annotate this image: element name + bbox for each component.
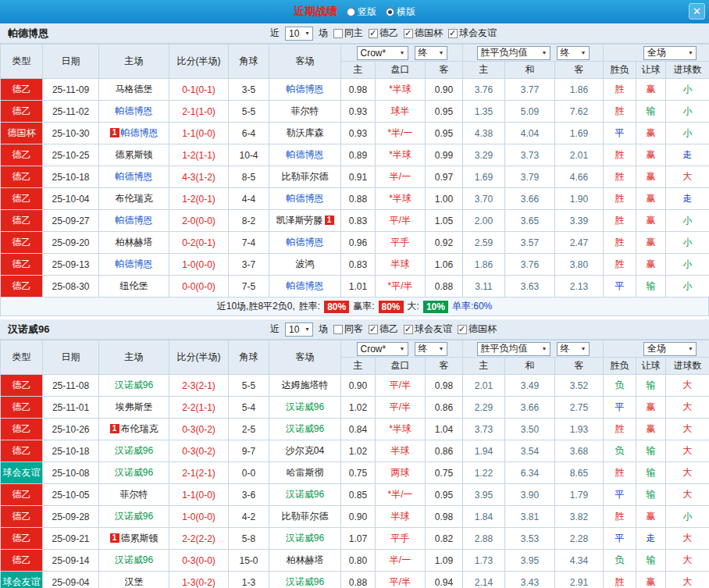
home-team[interactable]: 埃弗斯堡 xyxy=(99,397,169,419)
away-team[interactable]: 勒沃库森 xyxy=(269,123,341,144)
checkbox-icon[interactable] xyxy=(404,29,413,38)
filter-cup-checkbox[interactable]: 德国杯 xyxy=(458,323,497,336)
close-icon[interactable]: ✕ xyxy=(689,3,705,20)
away-team[interactable]: 汉诺威96 xyxy=(269,397,341,419)
score-halftime: 0-0(0-0) xyxy=(169,276,229,298)
checkbox-icon[interactable] xyxy=(448,29,458,38)
home-team[interactable]: 汉诺威96 xyxy=(99,440,169,462)
away-team[interactable]: 汉诺威96 xyxy=(269,419,341,440)
asia-handicap: 球半 xyxy=(376,101,426,123)
europe-odds-group-header: 胜平负均值 终 xyxy=(463,45,604,62)
result-goals: 大 xyxy=(666,462,709,484)
asia-handicap: 平/半 xyxy=(376,397,426,419)
col-type: 类型 xyxy=(1,45,43,79)
filter-cup-checkbox[interactable]: 德国杯 xyxy=(404,27,443,40)
team-name: 沙尔克04 xyxy=(286,445,324,456)
checkbox-icon[interactable] xyxy=(458,325,467,334)
filter-friendly-checkbox[interactable]: 球会友谊 xyxy=(448,27,497,40)
result-win-draw-loss: 负 xyxy=(604,550,636,572)
checkbox-icon[interactable] xyxy=(369,29,378,38)
away-team[interactable]: 帕德博恩 xyxy=(269,144,341,166)
europe-home-odds: 2.29 xyxy=(463,397,505,419)
score-halftime: 4-3(1-2) xyxy=(169,166,229,188)
score-halftime: 0-2(0-1) xyxy=(169,232,229,254)
scope-select[interactable]: 全场 xyxy=(643,342,697,356)
away-team[interactable]: 波鸿 xyxy=(269,254,341,276)
match-count-select[interactable]: 10 xyxy=(285,27,313,41)
filter-same-home-checkbox[interactable]: 同主 xyxy=(333,27,363,40)
away-team[interactable]: 汉诺威96 xyxy=(269,528,341,550)
home-team[interactable]: 帕德博恩 xyxy=(99,254,169,276)
away-team[interactable]: 凯泽斯劳滕1 xyxy=(269,210,341,232)
asia-handicap: *半球 xyxy=(376,79,426,101)
home-team[interactable]: 帕德博恩 xyxy=(99,166,169,188)
away-team[interactable]: 帕德博恩 xyxy=(269,188,341,210)
asia-away-odds: 0.99 xyxy=(426,144,463,166)
odds-company-select[interactable]: Crow* xyxy=(357,46,408,60)
europe-average-select[interactable]: 胜平负均值 xyxy=(477,46,550,60)
asia-away-odds: 1.05 xyxy=(426,210,463,232)
home-team[interactable]: 菲尔特 xyxy=(99,484,169,506)
filter-friendly-checkbox[interactable]: 球会友谊 xyxy=(404,323,452,336)
home-team[interactable]: 汉诺威96 xyxy=(99,375,169,397)
away-team[interactable]: 汉诺威96 xyxy=(269,484,341,506)
layout-vertical-radio[interactable]: 竖版 xyxy=(347,5,376,19)
home-team[interactable]: 纽伦堡 xyxy=(99,276,169,298)
europe-home-odds: 2.14 xyxy=(463,572,505,588)
europe-away-odds: 4.34 xyxy=(555,550,604,572)
home-team[interactable]: 汉诺威96 xyxy=(99,506,169,528)
scope-select[interactable]: 全场 xyxy=(643,46,697,60)
away-team[interactable]: 帕德博恩 xyxy=(269,276,341,298)
radio-icon[interactable] xyxy=(386,8,394,16)
asia-odds-group-header: Crow* 终 xyxy=(341,45,463,62)
league-type-badge: 德乙 xyxy=(1,79,43,101)
europe-average-select[interactable]: 胜平负均值 xyxy=(477,342,550,356)
filter-league2-checkbox[interactable]: 德乙 xyxy=(369,323,398,336)
away-team[interactable]: 帕德博恩 xyxy=(269,79,341,101)
checkbox-icon[interactable] xyxy=(369,325,378,334)
odds-final-select[interactable]: 终 xyxy=(415,342,447,356)
away-team[interactable]: 柏林赫塔 xyxy=(269,550,341,572)
team-name: 勒沃库森 xyxy=(287,127,324,138)
away-team[interactable]: 比勒菲尔德 xyxy=(269,506,341,528)
col-home: 主场 xyxy=(99,340,169,375)
table-row: 德乙 25-11-09 马格德堡 0-1(0-1) 3-5 帕德博恩 0.98 … xyxy=(1,79,709,101)
away-team[interactable]: 汉诺威96 xyxy=(269,572,341,588)
filter-league2-checkbox[interactable]: 德乙 xyxy=(369,27,398,40)
away-team[interactable]: 达姆施塔特 xyxy=(269,375,341,397)
radio-label: 竖版 xyxy=(358,5,376,19)
home-team[interactable]: 马格德堡 xyxy=(99,79,169,101)
radio-icon[interactable] xyxy=(347,8,355,16)
home-team[interactable]: 汉诺威96 xyxy=(99,462,169,484)
match-date: 25-09-14 xyxy=(43,550,99,572)
home-team[interactable]: 1布伦瑞克 xyxy=(99,419,169,440)
home-team[interactable]: 帕德博恩 xyxy=(99,210,169,232)
asia-away-odds: 1.06 xyxy=(426,254,463,276)
checkbox-icon[interactable] xyxy=(333,325,343,334)
filter-same-away-checkbox[interactable]: 同客 xyxy=(333,323,363,336)
home-team[interactable]: 布伦瑞克 xyxy=(99,188,169,210)
odds-final-select[interactable]: 终 xyxy=(415,46,447,60)
odds-company-select[interactable]: Crow* xyxy=(357,342,408,356)
away-team[interactable]: 沙尔克04 xyxy=(269,440,341,462)
home-team[interactable]: 柏林赫塔 xyxy=(99,232,169,254)
away-team[interactable]: 帕德博恩 xyxy=(269,232,341,254)
home-team[interactable]: 汉堡 xyxy=(99,572,169,588)
match-count-select[interactable]: 10 xyxy=(285,323,313,337)
europe-final-select[interactable]: 终 xyxy=(557,342,590,356)
layout-horizontal-radio[interactable]: 横版 xyxy=(386,5,415,19)
europe-home-odds: 4.38 xyxy=(463,123,505,144)
home-team[interactable]: 帕德博恩 xyxy=(99,101,169,123)
checkbox-icon[interactable] xyxy=(333,29,343,38)
europe-final-select[interactable]: 终 xyxy=(557,46,590,60)
home-team[interactable]: 1帕德博恩 xyxy=(99,123,169,144)
home-team[interactable]: 1德累斯顿 xyxy=(99,528,169,550)
table-row: 德乙 25-11-08 汉诺威96 2-3(2-1) 5-5 达姆施塔特 0.9… xyxy=(1,375,709,397)
away-team[interactable]: 比勒菲尔德 xyxy=(269,166,341,188)
checkbox-icon[interactable] xyxy=(404,325,413,334)
home-team[interactable]: 汉诺威96 xyxy=(99,550,169,572)
col-goals-result: 进球数 xyxy=(666,62,709,79)
away-team[interactable]: 哈雷斯彻 xyxy=(269,462,341,484)
away-team[interactable]: 菲尔特 xyxy=(269,101,341,123)
home-team[interactable]: 德累斯顿 xyxy=(99,144,169,166)
